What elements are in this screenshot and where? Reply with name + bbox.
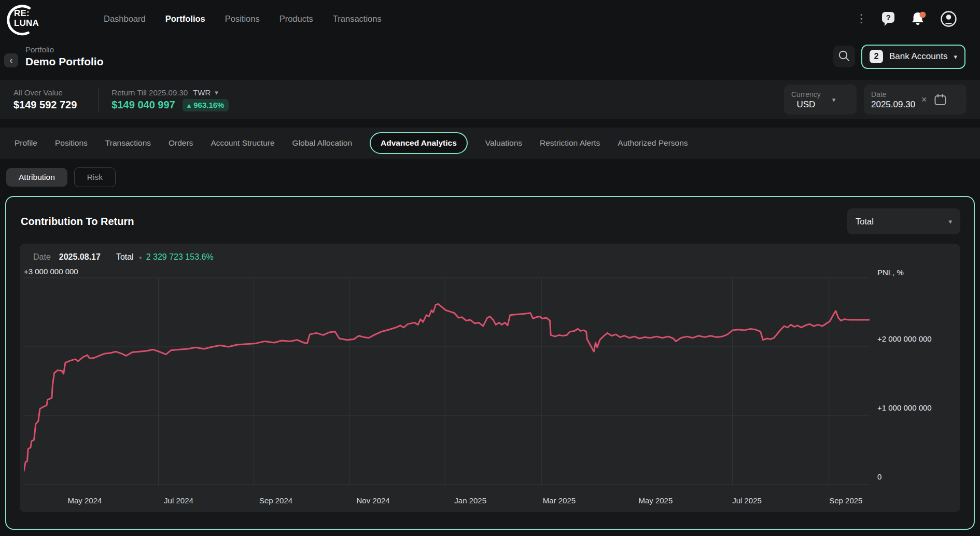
x-tick-label: May 2025 xyxy=(638,496,673,505)
currency-select[interactable]: Currency USD ▾ xyxy=(784,84,857,115)
help-icon[interactable]: ? xyxy=(880,10,897,27)
notifications-bell-icon[interactable] xyxy=(909,10,927,27)
back-button[interactable]: ‹ xyxy=(4,53,18,67)
card-title: Contribution To Return xyxy=(21,216,134,228)
chevron-down-icon: ▾ xyxy=(215,89,218,96)
portfolio-tabs: Profile Positions Transactions Orders Ac… xyxy=(0,128,980,159)
x-axis: May 2024Jul 2024Sep 2024Nov 2024Jan 2025… xyxy=(24,491,870,512)
currency-label: Currency xyxy=(791,90,821,98)
kebab-menu-icon[interactable]: ⋮ xyxy=(856,12,867,25)
chevron-down-icon: ▾ xyxy=(954,53,957,61)
chart-plot-svg xyxy=(24,266,870,491)
calendar-icon[interactable] xyxy=(933,93,947,107)
all-over-value-label: All Over Value xyxy=(13,88,77,97)
all-over-value: $149 592 729 xyxy=(13,99,77,111)
return-block: Return Till 2025.09.30 TWR ▾ $149 040 99… xyxy=(111,88,229,111)
nav-item-positions[interactable]: Positions xyxy=(225,11,260,27)
tab-positions[interactable]: Positions xyxy=(55,136,88,150)
search-icon xyxy=(836,48,852,65)
y-tick-label-top-left: +3 000 000 000 xyxy=(24,267,78,276)
clear-date-icon[interactable]: × xyxy=(921,94,927,105)
tab-account-structure[interactable]: Account Structure xyxy=(211,136,274,150)
x-tick-label: Nov 2024 xyxy=(356,496,389,505)
date-label: Date xyxy=(871,90,915,98)
tab-authorized-persons[interactable]: Authorized Persons xyxy=(618,136,688,150)
y-tick-label: +2 000 000 000 xyxy=(877,334,932,343)
chart-body: +3 000 000 000 PNL, % +2 000 000 000+1 0… xyxy=(20,266,960,491)
title-block: Portfolio Demo Portfolio xyxy=(25,45,104,68)
subtab-risk[interactable]: Risk xyxy=(74,167,116,187)
return-label: Return Till 2025.09.30 xyxy=(111,88,188,97)
nav-items: Dashboard Portfolios Positions Products … xyxy=(104,11,382,27)
y-tick-label: 0 xyxy=(877,472,881,481)
tab-orders[interactable]: Orders xyxy=(169,136,193,150)
arrow-up-icon: ▴ xyxy=(187,101,191,110)
svg-text:?: ? xyxy=(886,13,890,22)
page-title: Demo Portfolio xyxy=(25,55,104,68)
x-tick-label: Mar 2025 xyxy=(543,496,576,505)
chart-plot[interactable]: +3 000 000 000 xyxy=(24,266,870,491)
series-filter-select[interactable]: Total ▾ xyxy=(847,208,960,234)
bank-accounts-label: Bank Accounts xyxy=(889,51,947,62)
search-button[interactable] xyxy=(833,46,855,67)
chevron-left-icon: ‹ xyxy=(10,55,13,65)
date-picker[interactable]: Date 2025.09.30 × xyxy=(864,84,967,115)
legend-series-label: Total xyxy=(116,252,134,262)
brand-text: RE: LUNA xyxy=(14,8,39,28)
series-filter-value: Total xyxy=(856,217,874,227)
nav-item-dashboard[interactable]: Dashboard xyxy=(104,11,146,27)
divider xyxy=(99,88,99,111)
tab-profile[interactable]: Profile xyxy=(15,136,37,150)
tab-restriction-alerts[interactable]: Restriction Alerts xyxy=(540,136,600,150)
tab-global-allocation[interactable]: Global Allocation xyxy=(292,136,352,150)
tab-valuations[interactable]: Valuations xyxy=(485,136,522,150)
all-over-value-block: All Over Value $149 592 729 xyxy=(13,88,77,111)
summary-strip: All Over Value $149 592 729 Return Till … xyxy=(0,80,980,119)
tab-advanced-analytics[interactable]: Advanced Analytics xyxy=(370,132,468,154)
return-change-value: 963.16% xyxy=(193,101,224,109)
brand-logo[interactable]: RE: LUNA xyxy=(5,2,53,36)
chevron-down-icon: ▾ xyxy=(832,96,836,104)
notification-badge-dot xyxy=(920,12,926,18)
legend-date-label: Date xyxy=(33,252,51,262)
bank-accounts-count-badge: 2 xyxy=(870,50,883,63)
y-axis-name: PNL, % xyxy=(877,268,904,277)
chevron-down-icon: ▾ xyxy=(948,218,952,225)
tab-transactions[interactable]: Transactions xyxy=(105,136,151,150)
subtab-attribution[interactable]: Attribution xyxy=(6,168,67,187)
top-nav: RE: LUNA Dashboard Portfolios Positions … xyxy=(0,0,980,37)
currency-value: USD xyxy=(791,100,821,110)
chart-panel: Date 2025.08.17 Total ● 2 329 723 153.6%… xyxy=(20,244,960,512)
contribution-to-return-card: Contribution To Return Total ▾ Date 2025… xyxy=(5,196,975,530)
user-avatar[interactable] xyxy=(940,10,957,27)
x-tick-label: Jul 2024 xyxy=(164,496,193,505)
nav-item-portfolios[interactable]: Portfolios xyxy=(165,11,205,27)
date-value: 2025.09.30 xyxy=(871,100,915,110)
x-tick-label: Sep 2025 xyxy=(829,496,862,505)
nav-item-products[interactable]: Products xyxy=(279,11,313,27)
x-tick-label: May 2024 xyxy=(67,496,102,505)
return-change-badge: ▴ 963.16% xyxy=(183,99,229,111)
x-tick-label: Sep 2024 xyxy=(259,496,292,505)
legend-date-value: 2025.08.17 xyxy=(59,252,101,262)
return-method-value: TWR xyxy=(193,88,211,97)
analytics-subtabs: Attribution Risk xyxy=(0,159,980,196)
chart-legend: Date 2025.08.17 Total ● 2 329 723 153.6% xyxy=(20,244,960,266)
nav-item-transactions[interactable]: Transactions xyxy=(333,11,382,27)
y-axis-gutter: PNL, % +2 000 000 000+1 000 000 0000 xyxy=(870,266,960,491)
y-tick-label: +1 000 000 000 xyxy=(877,403,932,412)
portfolio-header: ‹ Portfolio Demo Portfolio 2 Bank Accoun… xyxy=(0,37,980,76)
bank-accounts-dropdown[interactable]: 2 Bank Accounts ▾ xyxy=(861,45,965,69)
x-tick-label: Jan 2025 xyxy=(454,496,486,505)
x-tick-label: Jul 2025 xyxy=(732,496,762,505)
legend-series-value: 2 329 723 153.6% xyxy=(146,252,214,262)
breadcrumb: Portfolio xyxy=(25,45,104,54)
legend-dot-icon: ● xyxy=(139,255,142,260)
return-value: $149 040 997 xyxy=(111,99,175,111)
nav-right-actions: ⋮ ? xyxy=(856,10,957,27)
return-method-dropdown[interactable]: TWR ▾ xyxy=(193,88,218,97)
